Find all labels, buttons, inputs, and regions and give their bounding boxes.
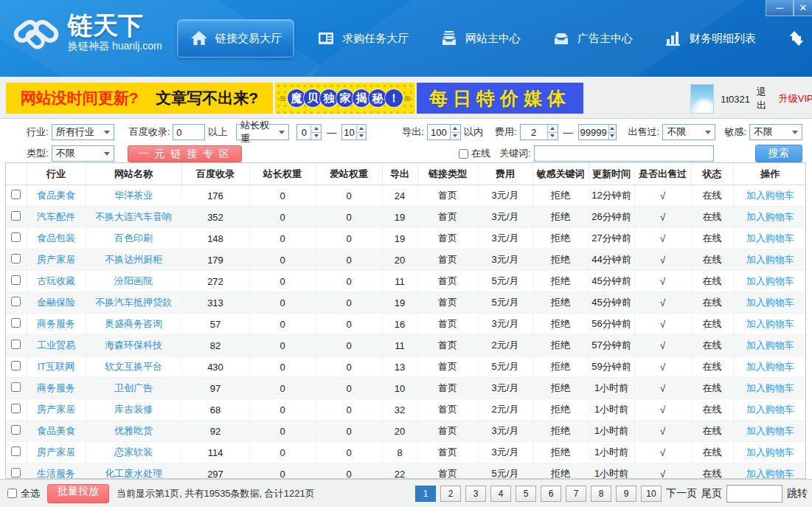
last-page-link[interactable]: 尾页 <box>701 487 722 500</box>
add-to-cart-link[interactable]: 加入购物车 <box>733 463 806 480</box>
row-checkbox[interactable] <box>11 404 21 413</box>
row-checkbox[interactable] <box>11 190 21 199</box>
nav-webmaster-center[interactable]: 网站主中心 <box>431 22 530 55</box>
page-button-1[interactable]: 1 <box>415 486 436 502</box>
row-checkbox[interactable] <box>11 446 21 456</box>
cell-industry[interactable]: IT互联网 <box>27 356 86 378</box>
page-button-10[interactable]: 10 <box>641 486 662 502</box>
keyword-input[interactable] <box>534 145 714 162</box>
ad-banner-moby[interactable]: ≋ 魔贝独家揭秘！ ≋ <box>275 83 415 114</box>
ad-banner-update[interactable]: 网站没时间更新? 文章写不出来? <box>6 83 273 114</box>
select-all-checkbox[interactable] <box>7 489 17 498</box>
add-to-cart-link[interactable]: 加入购物车 <box>733 185 806 207</box>
add-to-cart-link[interactable]: 加入购物车 <box>733 378 806 399</box>
add-to-cart-link[interactable]: 加入购物车 <box>733 228 806 249</box>
cell-industry[interactable]: 食品美食 <box>27 421 86 442</box>
weight-max-stepper[interactable]: 10 <box>341 124 367 140</box>
cell-site-name[interactable]: 汾阳画院 <box>86 271 181 292</box>
cell-site-name[interactable]: 不换达州厨柜 <box>86 249 181 271</box>
page-button-4[interactable]: 4 <box>490 486 511 502</box>
row-checkbox[interactable] <box>11 275 21 285</box>
cell-site-name[interactable]: 奥盛商务咨询 <box>86 314 181 335</box>
search-button[interactable]: 搜索 <box>755 145 802 162</box>
cell-industry[interactable]: 房产家居 <box>27 399 86 421</box>
row-checkbox[interactable] <box>11 468 21 477</box>
row-checkbox[interactable] <box>11 297 21 306</box>
page-button-3[interactable]: 3 <box>465 486 486 502</box>
add-to-cart-link[interactable]: 加入购物车 <box>733 356 806 378</box>
page-button-2[interactable]: 2 <box>440 486 461 502</box>
fee-min-stepper[interactable]: 2 <box>520 124 558 140</box>
minimize-button[interactable]: ─ <box>766 0 794 16</box>
page-button-8[interactable]: 8 <box>591 486 611 502</box>
cell-industry[interactable]: 工业贸易 <box>27 335 86 356</box>
add-to-cart-link[interactable]: 加入购物车 <box>733 442 806 463</box>
nav-finance-list[interactable]: 财务明细列表 <box>655 22 765 55</box>
nav-advertiser-center[interactable]: 广告主中心 <box>543 22 642 55</box>
add-to-cart-link[interactable]: 加入购物车 <box>733 292 806 314</box>
cell-site-name[interactable]: 百色印刷 <box>86 228 181 249</box>
weight-type-select[interactable]: 站长权重 <box>236 124 289 140</box>
cell-industry[interactable]: 商务服务 <box>27 314 86 335</box>
cell-site-name[interactable]: 化工废水处理 <box>86 463 181 480</box>
cell-site-name[interactable]: 华洋茶业 <box>86 185 181 207</box>
export-stepper[interactable]: 100 <box>427 124 461 140</box>
add-to-cart-link[interactable]: 加入购物车 <box>733 421 806 442</box>
sold-select[interactable]: 不限 <box>662 124 715 140</box>
add-to-cart-link[interactable]: 加入购物车 <box>733 335 806 356</box>
online-checkbox[interactable] <box>459 149 468 159</box>
row-checkbox[interactable] <box>11 254 21 263</box>
page-button-5[interactable]: 5 <box>516 486 536 502</box>
row-checkbox[interactable] <box>11 232 21 242</box>
page-button-7[interactable]: 7 <box>566 486 586 502</box>
logout-link[interactable]: 退出 <box>757 86 772 112</box>
cell-site-name[interactable]: 海森环保科技 <box>86 335 181 356</box>
nav-back[interactable]: 返回 <box>778 22 812 55</box>
add-to-cart-link[interactable]: 加入购物车 <box>733 271 806 292</box>
one-yuan-zone-button[interactable]: 一 元 链 接 专 区 <box>128 145 242 162</box>
cell-industry[interactable]: 古玩收藏 <box>27 271 86 292</box>
cell-industry[interactable]: 食品包装 <box>27 228 86 249</box>
row-checkbox[interactable] <box>11 339 21 349</box>
add-to-cart-link[interactable]: 加入购物车 <box>733 399 806 421</box>
cell-site-name[interactable]: 不换汽车抵押贷款 <box>86 292 181 314</box>
jump-page-input[interactable] <box>726 485 782 503</box>
cell-industry[interactable]: 汽车配件 <box>27 207 86 228</box>
page-button-6[interactable]: 6 <box>541 486 561 502</box>
next-page-link[interactable]: 下一页 <box>666 487 697 500</box>
row-checkbox[interactable] <box>11 211 21 221</box>
batch-publish-button[interactable]: 批量投放 <box>47 484 109 503</box>
page-button-9[interactable]: 9 <box>616 486 636 502</box>
row-checkbox[interactable] <box>11 361 21 370</box>
cell-industry[interactable]: 商务服务 <box>27 378 86 399</box>
fee-max-stepper[interactable]: 99999 <box>578 124 617 140</box>
upgrade-vip-link[interactable]: 升级VIP <box>779 92 812 106</box>
cell-site-name[interactable]: 恋家软装 <box>86 442 181 463</box>
row-checkbox[interactable] <box>11 318 21 328</box>
row-checkbox[interactable] <box>11 382 21 392</box>
cell-industry[interactable]: 金融保险 <box>27 292 86 314</box>
cell-site-name[interactable]: 库吉装修 <box>86 399 181 421</box>
cell-site-name[interactable]: 不换大连汽车音响 <box>86 207 181 228</box>
cell-industry[interactable]: 生活服务 <box>27 463 86 480</box>
baidu-index-input[interactable] <box>173 124 205 140</box>
jump-link[interactable]: 跳转 <box>787 487 808 500</box>
nav-link-trade-hall[interactable]: 链接交易大厅 <box>177 19 294 58</box>
add-to-cart-link[interactable]: 加入购物车 <box>733 314 806 335</box>
cell-site-name[interactable]: 卫创广告 <box>86 378 181 399</box>
cell-industry[interactable]: 食品美食 <box>27 185 86 207</box>
add-to-cart-link[interactable]: 加入购物车 <box>733 207 806 228</box>
cell-site-name[interactable]: 优雅吃货 <box>86 421 181 442</box>
cell-industry[interactable]: 房产家居 <box>27 442 86 463</box>
cell-industry[interactable]: 房产家居 <box>27 249 86 271</box>
cell-site-name[interactable]: 软文互换平台 <box>86 356 181 378</box>
ad-banner-daily-media[interactable]: 每日特价媒体 <box>417 83 583 114</box>
close-button[interactable]: ✕ <box>794 0 812 16</box>
sensitive-select[interactable]: 不限 <box>749 124 802 140</box>
type-select[interactable]: 不限 <box>52 145 114 162</box>
industry-select[interactable]: 所有行业 <box>52 124 114 140</box>
weight-min-stepper[interactable]: 0 <box>296 124 322 140</box>
nav-buy-task-hall[interactable]: 求购任务大厅 <box>308 22 417 55</box>
row-checkbox[interactable] <box>11 425 21 435</box>
add-to-cart-link[interactable]: 加入购物车 <box>733 249 806 271</box>
